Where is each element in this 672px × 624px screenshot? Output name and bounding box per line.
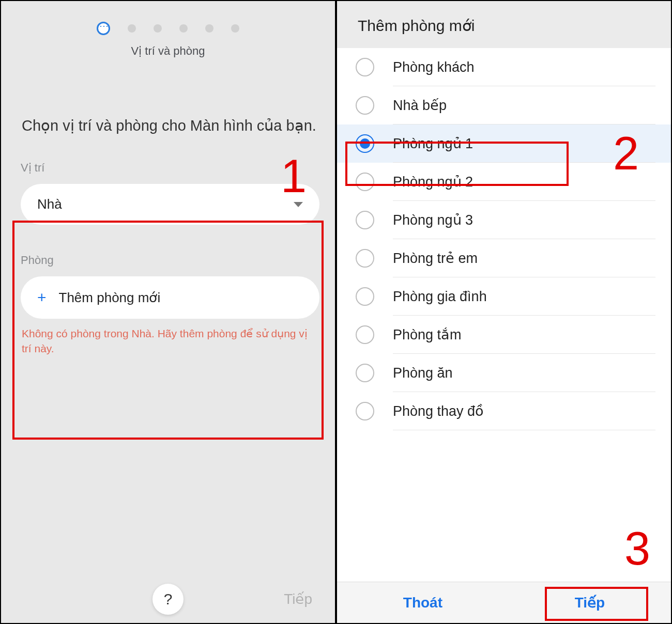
room-option[interactable]: Nhà bếp — [337, 86, 671, 124]
step-dot — [231, 24, 239, 33]
room-option-label: Phòng thay đồ — [393, 403, 484, 419]
add-room-screen: Thêm phòng mới Phòng kháchNhà bếpPhòng n… — [336, 0, 672, 624]
step-dot — [128, 24, 136, 33]
radio-icon — [356, 402, 374, 420]
radio-icon — [356, 364, 374, 382]
room-option[interactable]: Phòng khách — [337, 48, 671, 86]
location-label: Vị trí — [21, 161, 319, 175]
step-dot — [205, 24, 213, 33]
room-option[interactable]: Phòng trẻ em — [337, 239, 671, 277]
add-room-button[interactable]: + Thêm phòng mới — [21, 276, 319, 319]
annotation-number-2: 2 — [613, 127, 639, 180]
location-value: Nhà — [37, 196, 62, 212]
next-button[interactable]: Tiếp — [575, 594, 605, 611]
radio-icon — [356, 96, 374, 115]
radio-icon — [356, 211, 374, 229]
no-room-warning: Không có phòng trong Nhà. Hãy thêm phòng… — [22, 326, 318, 356]
room-option-label: Phòng khách — [393, 59, 475, 75]
step-dot — [154, 24, 162, 33]
room-option-label: Phòng trẻ em — [393, 250, 478, 267]
help-icon: ? — [164, 590, 173, 608]
room-options-list: Phòng kháchNhà bếpPhòng ngủ 1Phòng ngủ 2… — [337, 48, 671, 430]
room-option-label: Phòng ngủ 1 — [393, 135, 473, 152]
screen-title: Thêm phòng mới — [337, 1, 671, 48]
room-option-label: Phòng tắm — [393, 326, 462, 343]
instruction-text: Chọn vị trí và phòng cho Màn hình của bạ… — [22, 115, 318, 136]
annotation-number-3: 3 — [624, 522, 650, 575]
stepper-title: Vị trí và phòng — [1, 44, 335, 58]
room-option[interactable]: Phòng gia đình — [337, 277, 671, 316]
progress-stepper — [1, 22, 335, 35]
room-option-label: Phòng gia đình — [393, 289, 487, 305]
radio-icon — [356, 325, 374, 344]
add-room-label: Thêm phòng mới — [59, 290, 161, 306]
help-button[interactable]: ? — [152, 584, 184, 615]
exit-button[interactable]: Thoát — [403, 595, 442, 611]
room-option-label: Phòng ngủ 3 — [393, 212, 473, 228]
radio-icon — [356, 58, 374, 76]
next-button-disabled: Tiếp — [284, 590, 312, 607]
radio-icon — [356, 249, 374, 268]
radio-icon — [356, 287, 374, 306]
room-option[interactable]: Phòng ăn — [337, 354, 671, 392]
radio-icon — [356, 134, 374, 153]
annotation-number-1: 1 — [281, 150, 307, 203]
plus-icon: + — [37, 289, 47, 306]
room-option[interactable]: Phòng ngủ 3 — [337, 201, 671, 239]
room-option[interactable]: Phòng tắm — [337, 316, 671, 354]
divider — [393, 430, 655, 430]
location-dropdown[interactable]: Nhà — [21, 184, 319, 225]
room-option-label: Phòng ăn — [393, 365, 453, 381]
room-option[interactable]: Phòng thay đồ — [337, 392, 671, 430]
room-option-label: Nhà bếp — [393, 97, 447, 114]
room-option-label: Phòng ngủ 2 — [393, 174, 473, 190]
step-dot — [179, 24, 188, 33]
setup-location-screen: Vị trí và phòng Chọn vị trí và phòng cho… — [0, 0, 336, 624]
radio-icon — [356, 173, 374, 191]
footer-bar: Thoát Tiếp — [337, 582, 671, 623]
room-label: Phòng — [21, 254, 319, 267]
step-dot-active — [97, 22, 110, 35]
